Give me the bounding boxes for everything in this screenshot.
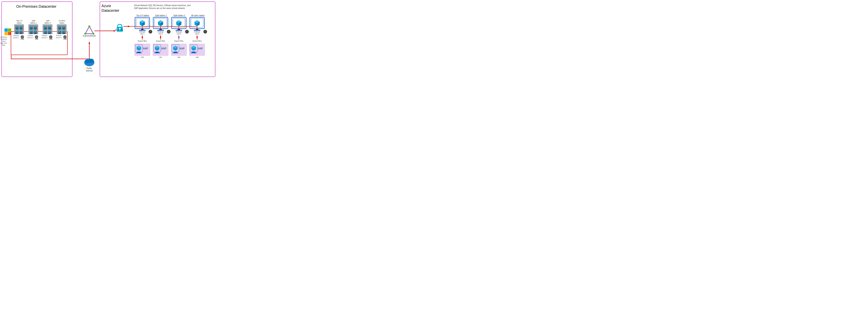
svg-text:server: server [1,40,6,42]
svg-point-52 [35,25,36,27]
svg-point-115 [92,33,94,35]
azure-title: Azure [101,4,111,8]
svg-text:SAP: SAP [198,47,203,50]
svg-text:R3load: R3load [42,35,47,36]
svg-text:tables: tables [17,22,22,24]
svg-point-76 [45,25,46,27]
svg-point-143 [150,31,151,32]
svg-text:VHD: VHD [21,38,24,40]
svg-rect-171 [154,53,160,53]
svg-point-25 [20,32,23,34]
vm-label-2: VM [159,56,162,58]
svg-rect-150 [137,52,141,53]
svg-point-53 [31,30,32,31]
svg-point-101 [59,25,60,27]
svg-point-16 [16,28,19,30]
svg-text:VHD: VHD [63,38,67,40]
svg-point-29 [21,30,22,31]
sap-vm-2: SAP [153,44,168,56]
svg-point-59 [36,37,37,37]
svg-text:SAP: SAP [180,47,185,50]
export-label-2: Export files [156,40,165,42]
export-label-4: Export files [193,40,202,42]
svg-text:tables 2: tables 2 [44,22,51,24]
svg-rect-2 [4,28,8,32]
svg-rect-151 [136,53,142,53]
svg-point-19 [20,28,23,30]
svg-text:VHD: VHD [49,38,53,40]
sap-vm-3: SAP [171,44,187,56]
svg-point-44 [34,28,37,30]
svg-rect-190 [174,52,177,53]
svg-text:SAP: SAP [161,47,166,50]
svg-text:VM 1: VM 1 [140,33,144,35]
disk-icon-4 [204,30,207,33]
svg-point-50 [34,32,37,34]
svg-point-109 [65,37,65,37]
r3load-vm4-label: R3load [194,31,200,33]
disk-icon-2 [167,30,170,33]
svg-point-94 [62,28,65,30]
svg-text:server 1: server 1 [13,37,19,38]
svg-point-47 [30,32,33,34]
svg-text:Physical: Physical [1,38,7,40]
svg-rect-170 [155,52,159,53]
svg-point-100 [62,32,65,34]
svg-text:tables: tables [60,22,65,24]
col3-title: Split tables 2 [173,14,185,17]
sap-vm-1: SAP [134,44,150,56]
server-icon-2 [28,24,38,34]
r3load-vm2-label: R3load [158,31,164,33]
svg-point-97 [58,32,61,34]
svg-text:internet: internet [86,70,93,72]
svg-text:High Port: High Port [0,42,7,44]
svg-point-84 [51,37,51,37]
r3load-vm1-label: R3load [140,31,145,33]
svg-text:Split: Split [46,20,50,22]
svg-text:VM 4: VM 4 [195,33,199,35]
export-label-3: Export files [174,40,184,42]
server-icon-3 [43,24,52,34]
svg-point-27 [21,25,22,27]
public-internet-label: Public [87,67,92,69]
svg-point-77 [49,25,50,27]
svg-point-26 [17,25,18,27]
svg-text:server 4: server 4 [56,37,62,38]
svg-text:All other: All other [59,20,65,22]
svg-rect-4 [4,32,8,35]
col1-title: Top 3-5 tables [136,14,149,17]
col4-title: All other tables [191,14,205,17]
svg-text:VM 3: VM 3 [177,33,181,35]
svg-point-28 [17,30,18,31]
svg-text:server 2: server 2 [27,37,33,38]
svg-rect-211 [191,53,196,53]
on-premises-title: On-Premises Datacenter [16,4,56,8]
svg-point-104 [63,30,64,31]
svg-point-114 [84,33,86,35]
svg-point-41 [30,28,33,30]
svg-point-66 [44,28,47,30]
svg-text:VHD: VHD [35,38,38,40]
svg-text:VMs: VMs [2,44,5,46]
vm-label-4: VM [196,56,198,58]
col2-title: Split tables 1 [155,14,167,17]
svg-point-91 [58,28,61,30]
r3load-vm3-label: R3load [176,31,182,33]
svg-point-22 [16,32,19,34]
svg-text:R3load: R3load [13,35,19,36]
svg-text:VM 2: VM 2 [158,33,163,35]
disk-icon-3 [185,30,189,33]
svg-point-121 [87,59,90,60]
svg-point-51 [31,25,32,27]
svg-text:tables 1: tables 1 [30,22,37,24]
svg-point-203 [205,31,206,32]
svg-point-102 [63,25,64,27]
svg-point-183 [187,31,187,32]
svg-text:R3load: R3load [28,35,33,36]
server-icon-4 [57,24,67,34]
svg-point-75 [48,32,51,34]
svg-rect-3 [8,28,11,32]
svg-point-79 [49,30,50,31]
svg-text:Top 3-5: Top 3-5 [16,20,22,22]
svg-text:server 3: server 3 [41,37,48,38]
